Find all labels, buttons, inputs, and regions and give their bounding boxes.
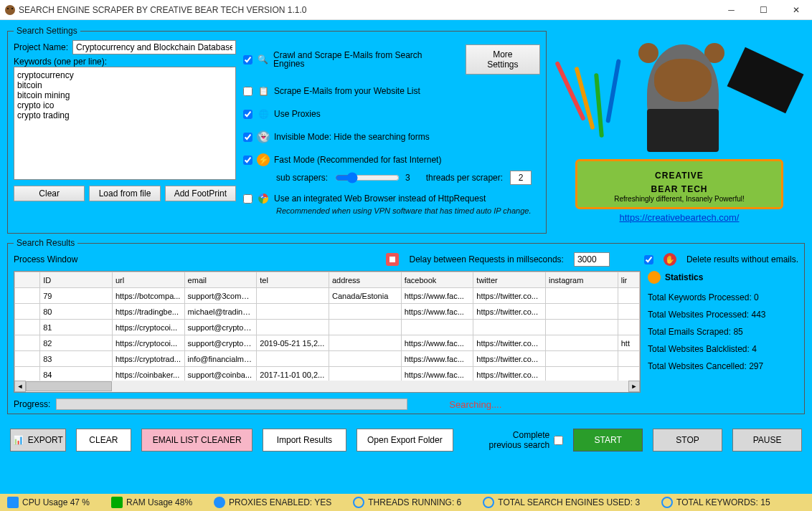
scroll-thumb[interactable] <box>26 381 112 391</box>
delete-no-email-label: Delete results without emails. <box>686 254 798 264</box>
table-row[interactable]: 82https://cryptocoi...support@cryptoc...… <box>15 335 640 351</box>
email-list-cleaner-button[interactable]: EMAIL LIST CLEANER <box>141 429 252 452</box>
delete-no-email-checkbox[interactable] <box>644 255 653 264</box>
stat-emails: Total Emails Scraped: 85 <box>648 327 798 337</box>
invisible-checkbox[interactable] <box>243 133 252 142</box>
column-header[interactable]: twitter <box>473 272 546 288</box>
project-name-input[interactable] <box>72 40 236 54</box>
engines-icon <box>483 497 494 508</box>
window-title: SEARCH ENGINE SCRAPER BY CREATIVE BEAR T… <box>19 5 306 15</box>
progress-label: Progress: <box>14 399 50 409</box>
table-row[interactable]: 81https://cryptocoi...support@cryptotr..… <box>15 320 640 335</box>
results-table-wrap: IDurlemailteladdressfacebooktwitterinsta… <box>14 271 641 393</box>
stat-cancelled: Total Websites Cancelled: 297 <box>648 361 798 371</box>
clear-keywords-button[interactable]: Clear <box>14 186 85 201</box>
export-button[interactable]: 📊EXPORT <box>10 429 66 452</box>
chrome-icon <box>257 192 270 205</box>
engines-status: TOTAL SEARCH ENGINES USED: 3 <box>498 497 640 507</box>
column-header[interactable] <box>15 272 40 288</box>
crawl-checkbox[interactable] <box>243 55 252 65</box>
clear-button[interactable]: CLEAR <box>76 429 132 452</box>
maximize-button[interactable]: ☐ <box>747 0 780 20</box>
complete-prev-checkbox[interactable] <box>554 436 563 445</box>
stop-button[interactable]: STOP <box>653 429 722 452</box>
use-proxies-label: Use Proxies <box>274 110 321 118</box>
project-name-label: Project Name: <box>14 42 68 52</box>
scroll-right-arrow[interactable]: ► <box>628 381 640 392</box>
import-results-button[interactable]: Import Results <box>263 429 346 452</box>
stat-websites: Total Websites Processed: 443 <box>648 310 798 320</box>
crawl-label: Crawl and Scrape E-Mails from Search Eng… <box>273 51 447 68</box>
keywords-status-icon <box>661 497 673 508</box>
scrape-list-checkbox[interactable] <box>243 87 252 96</box>
keywords-textarea[interactable] <box>14 67 236 180</box>
logo-link[interactable]: https://creativebeartech.com/ <box>620 212 740 223</box>
load-from-file-button[interactable]: Load from file <box>89 186 160 201</box>
open-export-folder-button[interactable]: Open Export Folder <box>357 429 454 452</box>
sub-scrapers-label: sub scrapers: <box>276 173 328 183</box>
table-row[interactable]: 79https://botcompa...support@3comm...Can… <box>15 288 640 304</box>
search-results-legend: Search Results <box>14 238 77 248</box>
search-settings-legend: Search Settings <box>14 26 80 36</box>
sub-scrapers-slider[interactable] <box>335 172 400 183</box>
ram-icon <box>111 497 123 508</box>
column-header[interactable]: url <box>112 272 184 288</box>
table-row[interactable]: 83https://cryptotrad...info@financialma.… <box>15 351 640 367</box>
cpu-usage: CPU Usage 47 % <box>22 497 90 507</box>
globe-icon: 🌐 <box>257 108 270 120</box>
minimize-button[interactable]: ─ <box>715 0 747 20</box>
search-results-group: Search Results Process Window Delay betw… <box>7 238 805 414</box>
app-icon <box>4 4 16 16</box>
fast-mode-checkbox[interactable] <box>243 156 252 165</box>
close-button[interactable]: ✕ <box>780 0 812 20</box>
threads-icon <box>353 497 364 508</box>
delay-label: Delay between Requests in millseconds: <box>409 254 563 264</box>
column-header[interactable]: tel <box>257 272 329 288</box>
add-footprint-button[interactable]: Add FootPrint <box>165 186 236 201</box>
ram-usage: RAM Usage 48% <box>126 497 192 507</box>
column-header[interactable]: lir <box>618 272 639 288</box>
threads-per-scraper-input[interactable] <box>510 171 532 185</box>
column-header[interactable]: facebook <box>401 272 473 288</box>
stop-icon <box>386 253 399 266</box>
ghost-icon: 👻 <box>257 130 270 143</box>
logo-text-1: CREATIVE <box>655 171 704 181</box>
stat-blacklisted: Total Websites Balcklisted: 4 <box>648 344 798 354</box>
list-icon: 📋 <box>257 85 270 97</box>
start-button[interactable]: START <box>573 429 643 452</box>
more-settings-button[interactable]: More Settings <box>466 44 540 75</box>
browser-note: Recommended when using VPN software that… <box>276 206 540 215</box>
search-icon: 🔍 <box>257 53 269 66</box>
table-row[interactable]: 80https://tradingbe...michael@trading...… <box>15 304 640 320</box>
export-icon: 📊 <box>13 435 24 445</box>
logo-image: CREATIVE BEAR TECH Refreshingly differen… <box>561 37 798 209</box>
fast-mode-label: Fast Mode (Recommended for fast Internet… <box>274 156 441 164</box>
delay-input[interactable] <box>574 252 610 267</box>
proxy-status-icon <box>214 497 225 508</box>
threads-status: THREADS RUNNING: 6 <box>368 497 461 507</box>
searching-text: Searching.... <box>449 399 501 410</box>
logo-area: CREATIVE BEAR TECH Refreshingly differen… <box>554 26 805 234</box>
use-proxies-checkbox[interactable] <box>243 110 252 119</box>
stats-icon <box>648 271 661 284</box>
stat-keywords: Total Keywords Processed: 0 <box>648 292 798 302</box>
column-header[interactable]: email <box>184 272 257 288</box>
keywords-label: Keywords (one per line): <box>14 57 107 67</box>
lightning-icon: ⚡ <box>257 153 270 166</box>
pause-button[interactable]: PAUSE <box>732 429 802 452</box>
column-header[interactable]: address <box>329 272 401 288</box>
browser-label: Use an integrated Web Browser instead of… <box>274 194 486 203</box>
horizontal-scrollbar[interactable]: ◄ ► <box>14 381 640 392</box>
scroll-left-arrow[interactable]: ◄ <box>14 381 26 392</box>
cpu-icon <box>7 497 19 508</box>
results-table[interactable]: IDurlemailteladdressfacebooktwitterinsta… <box>14 272 640 383</box>
column-header[interactable]: instagram <box>546 272 618 288</box>
search-settings-group: Search Settings Project Name: Keywords (… <box>7 26 547 234</box>
logo-tagline: Refreshingly different, Insanely Powerfu… <box>614 195 745 203</box>
scrape-list-label: Scrape E-Mails from your Website List <box>274 87 420 95</box>
svg-point-2 <box>11 8 13 9</box>
column-header[interactable]: ID <box>40 272 113 288</box>
proxies-status: PROXIES ENABLED: YES <box>229 497 331 507</box>
hand-icon: ✋ <box>664 253 676 266</box>
browser-checkbox[interactable] <box>243 194 252 204</box>
